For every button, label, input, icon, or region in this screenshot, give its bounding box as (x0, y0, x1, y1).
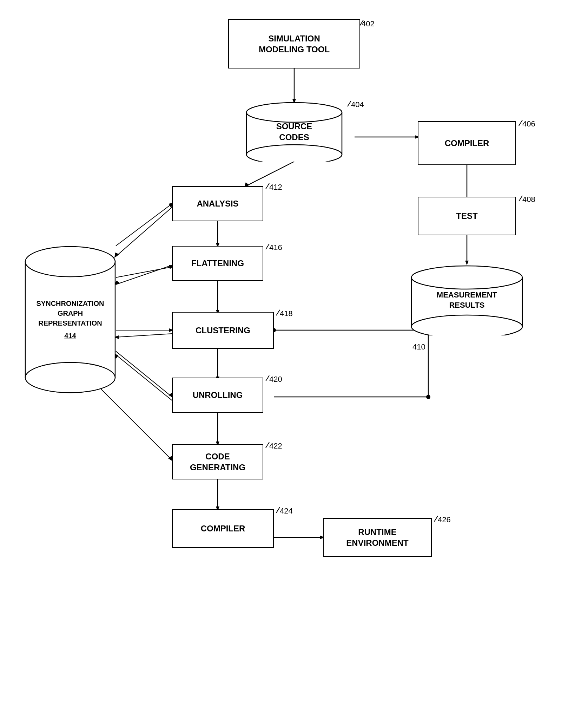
ref-412: 412 (269, 183, 282, 192)
svg-line-41 (116, 265, 172, 284)
runtime-label: RUNTIME ENVIRONMENT (346, 526, 408, 548)
compiler-bot-box: COMPILER (172, 509, 274, 548)
sync-graph-line2: GRAPH (37, 308, 104, 318)
measurement-cylinder: MEASUREMENT RESULTS (411, 265, 523, 335)
svg-line-31 (116, 267, 172, 277)
sync-graph-cylinder: SYNCHRONIZATION GRAPH REPRESENTATION 414 (25, 246, 116, 393)
analysis-label: ANALYSIS (197, 198, 238, 209)
clustering-label: CLUSTERING (196, 325, 250, 336)
svg-point-55 (25, 362, 115, 393)
clustering-box: CLUSTERING (172, 312, 274, 349)
svg-line-39 (116, 207, 172, 256)
code-gen-box: CODE GENERATING (172, 444, 263, 479)
sync-graph-line1: SYNCHRONIZATION (37, 299, 104, 308)
ref-404: 404 (351, 100, 364, 109)
svg-point-48 (246, 103, 342, 122)
ref-406: 406 (522, 119, 535, 129)
test-label: TEST (456, 210, 477, 221)
compiler-top-box: COMPILER (418, 121, 516, 165)
svg-line-37 (98, 386, 172, 460)
sync-graph-ref: 414 (37, 331, 104, 341)
ref-410: 410 (412, 342, 425, 352)
svg-point-27 (426, 395, 430, 399)
source-codes-cylinder: SOURCE CODES (246, 102, 343, 162)
sync-graph-label: SYNCHRONIZATION GRAPH REPRESENTATION 414 (31, 299, 110, 341)
svg-line-45 (116, 355, 172, 400)
svg-line-43 (116, 334, 172, 337)
simulation-label: SIMULATION MODELING TOOL (259, 33, 330, 55)
ref-408: 408 (522, 195, 535, 204)
svg-point-54 (25, 247, 115, 277)
diagram: SIMULATION MODELING TOOL 402 SOURCE CODE… (0, 0, 588, 713)
svg-point-51 (411, 266, 522, 289)
ref-424: 424 (280, 506, 293, 516)
ref-418: 418 (280, 309, 293, 318)
svg-line-29 (116, 204, 172, 246)
measurement-label: MEASUREMENT RESULTS (437, 290, 497, 310)
svg-line-35 (116, 351, 172, 397)
code-gen-label: CODE GENERATING (190, 451, 245, 473)
sync-graph-line3: REPRESENTATION (37, 318, 104, 328)
source-codes-label: SOURCE CODES (276, 121, 312, 143)
ref-416: 416 (269, 243, 282, 252)
simulation-box: SIMULATION MODELING TOOL (228, 19, 360, 68)
flattening-box: FLATTENING (172, 246, 263, 281)
ref-420: 420 (269, 375, 282, 384)
flattening-label: FLATTENING (191, 258, 244, 269)
ref-426: 426 (438, 515, 451, 524)
runtime-box: RUNTIME ENVIRONMENT (323, 518, 432, 557)
compiler-top-label: COMPILER (445, 138, 489, 149)
svg-point-52 (411, 315, 522, 335)
svg-point-49 (246, 145, 342, 162)
test-box: TEST (418, 197, 516, 235)
tick-402 (358, 19, 369, 26)
unrolling-label: UNROLLING (193, 390, 243, 400)
unrolling-box: UNROLLING (172, 378, 263, 413)
compiler-bot-label: COMPILER (201, 523, 245, 534)
ref-422: 422 (269, 441, 282, 451)
svg-marker-9 (465, 261, 469, 265)
analysis-box: ANALYSIS (172, 186, 263, 221)
